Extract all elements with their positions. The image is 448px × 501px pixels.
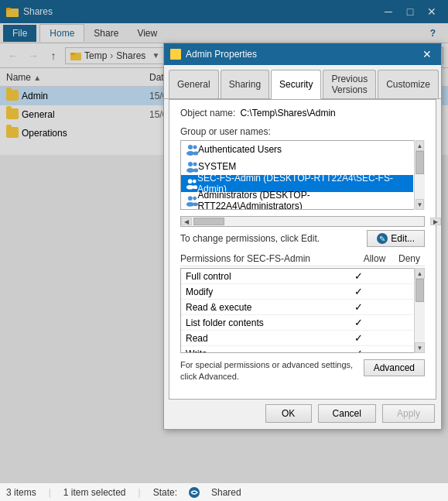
list-item[interactable]: Read ✓ bbox=[181, 331, 413, 346]
perm-allow: ✓ bbox=[339, 270, 378, 282]
list-item[interactable]: Administrators (DESKTOP-RTT22A4\Administ… bbox=[181, 192, 413, 209]
user-name: Authenticated Users bbox=[198, 144, 282, 155]
apply-button[interactable]: Apply bbox=[382, 404, 435, 423]
perm-name: Full control bbox=[186, 271, 339, 282]
group-label: Group or user names: bbox=[180, 126, 425, 137]
dialog-titlebar: Admin Properties ✕ bbox=[164, 43, 441, 65]
list-item[interactable]: Read & execute ✓ bbox=[181, 300, 413, 315]
hscroll-left[interactable]: ◀ bbox=[181, 218, 192, 225]
status-separator: | bbox=[49, 487, 51, 498]
perms-scrollbar-thumb[interactable] bbox=[416, 279, 424, 302]
cancel-button[interactable]: Cancel bbox=[318, 404, 376, 423]
edit-icon: ✎ bbox=[377, 233, 388, 244]
tab-security[interactable]: Security bbox=[271, 70, 321, 99]
svg-point-19 bbox=[193, 197, 197, 201]
perms-scroll-up[interactable]: ▲ bbox=[415, 268, 425, 279]
perms-scroll-down[interactable]: ▼ bbox=[415, 342, 425, 353]
tab-sharing[interactable]: Sharing bbox=[221, 70, 269, 98]
dialog-content: Object name: C:\Temp\Shares\Admin Group … bbox=[169, 99, 436, 400]
object-name-value: C:\Temp\Shares\Admin bbox=[240, 108, 335, 118]
ok-button[interactable]: OK bbox=[265, 404, 312, 423]
svg-point-11 bbox=[193, 163, 197, 166]
special-perms-row: For special permissions or advanced sett… bbox=[180, 359, 425, 391]
hscroll-thumb[interactable] bbox=[193, 218, 224, 225]
modal-overlay: Admin Properties ✕ General Sharing Secur… bbox=[0, 0, 448, 501]
shared-icon bbox=[188, 486, 200, 499]
edit-button[interactable]: ✎ Edit... bbox=[367, 230, 425, 247]
dialog-title: Admin Properties bbox=[186, 49, 419, 60]
permissions-list-container: Full control ✓ Modify ✓ Read & execute ✓ bbox=[180, 268, 425, 353]
object-name-label: Object name: bbox=[180, 108, 235, 118]
perm-allow: ✓ bbox=[339, 332, 378, 344]
dialog-folder-icon bbox=[170, 49, 181, 60]
dialog-tabs: General Sharing Security Previous Versio… bbox=[164, 65, 441, 99]
perm-name: Modify bbox=[186, 287, 339, 297]
dialog-close-button[interactable]: ✕ bbox=[419, 46, 435, 62]
col-allow: Allow bbox=[355, 253, 394, 264]
perm-allow: ✓ bbox=[339, 301, 378, 313]
object-name-row: Object name: C:\Temp\Shares\Admin bbox=[180, 108, 425, 118]
user-name: SYSTEM bbox=[198, 161, 236, 172]
col-deny: Deny bbox=[394, 253, 425, 264]
perm-name: Write bbox=[186, 348, 339, 354]
list-item[interactable]: Write ✓ bbox=[181, 346, 413, 353]
permissions-header: Permissions for SEC-FS-Admin Allow Deny bbox=[180, 253, 425, 266]
svg-point-9 bbox=[188, 162, 193, 166]
statusbar: 3 items | 1 item selected | State: Share… bbox=[0, 482, 448, 501]
tab-customize[interactable]: Customize bbox=[378, 70, 439, 98]
svg-point-15 bbox=[193, 180, 197, 184]
svg-point-7 bbox=[193, 146, 197, 149]
item-count: 3 items bbox=[6, 487, 36, 498]
list-item[interactable]: Modify ✓ bbox=[181, 284, 413, 300]
perms-scrollbar[interactable]: ▲ ▼ bbox=[414, 268, 425, 353]
perm-name: List folder contents bbox=[186, 317, 339, 328]
click-edit-row: To change permissions, click Edit. ✎ Edi… bbox=[180, 230, 425, 247]
horizontal-scrollbar[interactable]: ◀ ▶ bbox=[180, 216, 425, 227]
users-icon bbox=[186, 160, 198, 173]
special-perms-text: For special permissions or advanced sett… bbox=[180, 359, 357, 383]
state-value: Shared bbox=[211, 487, 241, 498]
click-edit-text: To change permissions, click Edit. bbox=[180, 233, 320, 244]
list-item[interactable]: Full control ✓ bbox=[181, 269, 413, 284]
dialog-footer: OK Cancel Apply bbox=[164, 404, 441, 429]
hscroll-right[interactable]: ▶ bbox=[430, 218, 441, 225]
perm-allow: ✓ bbox=[339, 286, 378, 297]
perm-name: Read & execute bbox=[186, 302, 339, 313]
admin-properties-dialog: Admin Properties ✕ General Sharing Secur… bbox=[163, 43, 442, 430]
advanced-button[interactable]: Advanced bbox=[364, 359, 425, 376]
selected-count: 1 item selected bbox=[63, 487, 126, 498]
tab-previous-versions[interactable]: Previous Versions bbox=[323, 70, 376, 98]
list-item[interactable]: List folder contents ✓ bbox=[181, 315, 413, 331]
svg-point-5 bbox=[188, 145, 193, 149]
users-icon bbox=[186, 177, 197, 190]
users-list-container: Authenticated Users SYSTEM bbox=[180, 140, 425, 210]
user-name: Administrators (DESKTOP-RTT22A4\Administ… bbox=[198, 190, 409, 210]
scrollbar-thumb[interactable] bbox=[416, 151, 424, 174]
tab-general[interactable]: General bbox=[169, 70, 219, 98]
users-icon bbox=[186, 143, 198, 156]
state-label: State: bbox=[153, 487, 177, 498]
perm-allow: ✓ bbox=[339, 348, 378, 353]
perm-allow: ✓ bbox=[339, 317, 378, 328]
svg-point-13 bbox=[188, 179, 193, 184]
users-list[interactable]: Authenticated Users SYSTEM bbox=[180, 140, 425, 210]
perm-name: Read bbox=[186, 333, 339, 344]
users-list-scrollbar[interactable]: ▲ ▼ bbox=[414, 140, 425, 210]
list-item[interactable]: Authenticated Users bbox=[181, 141, 413, 158]
users-icon bbox=[186, 194, 198, 207]
permissions-list[interactable]: Full control ✓ Modify ✓ Read & execute ✓ bbox=[180, 268, 425, 353]
permissions-label: Permissions for SEC-FS-Admin bbox=[180, 253, 355, 264]
svg-point-17 bbox=[188, 196, 193, 201]
status-separator-2: | bbox=[139, 487, 141, 498]
